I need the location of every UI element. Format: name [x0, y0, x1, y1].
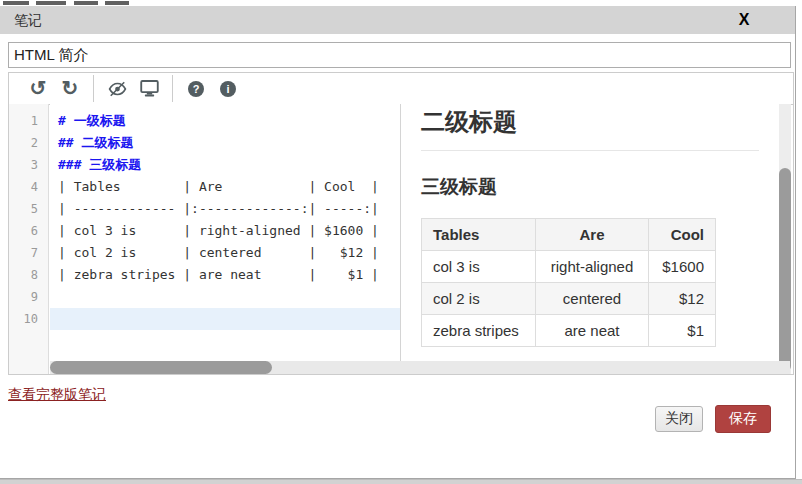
dialog-titlebar: [0, 6, 795, 34]
scrollbar-thumb[interactable]: [50, 361, 272, 374]
markdown-preview-pane: 二级标题 三级标题 Tables Are Cool col 3 is right…: [401, 104, 779, 361]
line-number: 3: [9, 154, 48, 176]
toggle-preview-button[interactable]: [101, 76, 133, 102]
help-icon: [188, 81, 204, 97]
redo-button[interactable]: [54, 76, 86, 102]
undo-button[interactable]: [22, 76, 54, 102]
code-line: | ------------- |:-------------:| -----:…: [50, 198, 400, 220]
undo-icon: [30, 78, 47, 99]
save-button[interactable]: 保存: [715, 405, 771, 433]
markdown-source-editor[interactable]: # 一级标题 ## 二级标题 ### 三级标题 | Tables | Are |…: [50, 104, 400, 374]
line-number: 4: [9, 176, 48, 198]
line-number: 10: [9, 308, 48, 330]
table-cell: zebra stripes: [422, 315, 536, 347]
table-header-cell: Tables: [422, 219, 536, 251]
code-line: | col 3 is | right-aligned | $1600 |: [50, 220, 400, 242]
editor-horizontal-scrollbar[interactable]: [50, 361, 790, 374]
editor-preview-split: 1 2 3 4 5 6 7 8 9 10 # 一级标题 ## 二级标题 ### …: [8, 104, 794, 375]
table-cell: col 2 is: [422, 283, 536, 315]
table-cell: centered: [536, 283, 649, 315]
table-cell: are neat: [536, 315, 649, 347]
eye-slash-icon: [108, 81, 127, 97]
line-number: 5: [9, 198, 48, 220]
background-page-bottom-strip: [0, 479, 802, 484]
monitor-icon: [140, 80, 159, 97]
code-line: # 一级标题: [50, 110, 400, 132]
line-number: 7: [9, 242, 48, 264]
preview-heading-3: 三级标题: [421, 174, 759, 200]
toolbar-divider: [93, 75, 94, 102]
redo-icon: [62, 78, 79, 99]
view-full-note-link[interactable]: 查看完整版笔记: [8, 386, 106, 404]
table-cell: $12: [649, 283, 716, 315]
preview-fullscreen-button[interactable]: [133, 76, 165, 102]
table-cell: $1600: [649, 251, 716, 283]
note-title-input[interactable]: [8, 42, 791, 68]
info-button[interactable]: [212, 76, 244, 102]
toolbar-divider: [172, 75, 173, 102]
table-cell: right-aligned: [536, 251, 649, 283]
code-line: [50, 286, 400, 308]
screen: 笔记 X 1 2 3 4 5: [0, 0, 802, 484]
line-number: 1: [9, 110, 48, 132]
line-number: 6: [9, 220, 48, 242]
help-button[interactable]: [180, 76, 212, 102]
code-line: | col 2 is | centered | $12 |: [50, 242, 400, 264]
preview-table: Tables Are Cool col 3 is right-aligned $…: [421, 218, 716, 347]
table-row: col 3 is right-aligned $1600: [422, 251, 716, 283]
code-line: ### 三级标题: [50, 154, 400, 176]
code-line: ## 二级标题: [50, 132, 400, 154]
active-code-line: [50, 308, 400, 330]
line-number: 9: [9, 286, 48, 308]
line-number: 2: [9, 132, 48, 154]
info-icon: [220, 81, 236, 97]
table-row: col 2 is centered $12: [422, 283, 716, 315]
preview-heading-2: 二级标题: [421, 106, 759, 151]
table-header-cell: Are: [536, 219, 649, 251]
preview-vertical-scrollbar[interactable]: [779, 104, 791, 374]
table-cell: $1: [649, 315, 716, 347]
close-button[interactable]: 关闭: [655, 406, 703, 432]
table-row: zebra stripes are neat $1: [422, 315, 716, 347]
close-icon[interactable]: X: [733, 9, 755, 31]
scrollbar-thumb[interactable]: [779, 168, 791, 372]
code-line: | Tables | Are | Cool |: [50, 176, 400, 198]
table-cell: col 3 is: [422, 251, 536, 283]
table-header-row: Tables Are Cool: [422, 219, 716, 251]
code-line: | zebra stripes | are neat | $1 |: [50, 264, 400, 286]
line-number-gutter: 1 2 3 4 5 6 7 8 9 10: [9, 104, 49, 374]
editor-toolbar: [8, 72, 794, 105]
dialog-title: 笔记: [14, 6, 42, 34]
table-header-cell: Cool: [649, 219, 716, 251]
line-number: 8: [9, 264, 48, 286]
